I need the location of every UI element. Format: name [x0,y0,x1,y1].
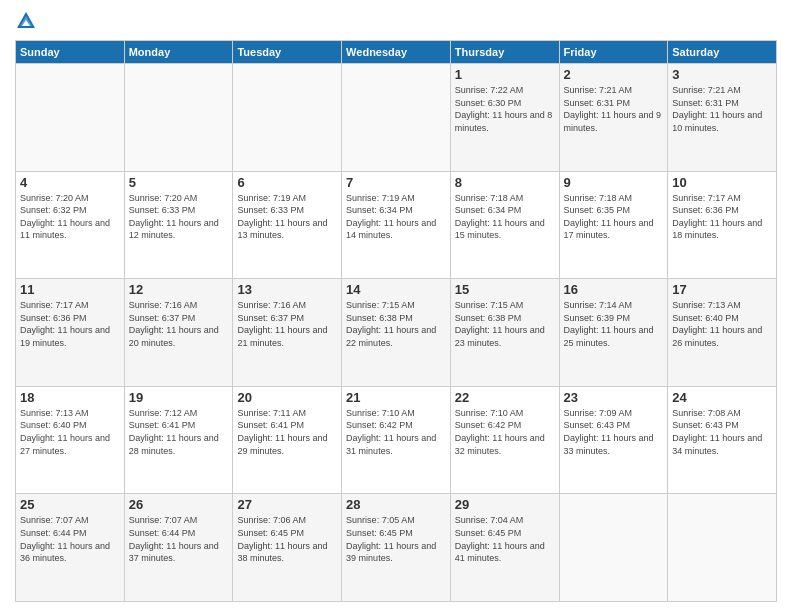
day-number: 1 [455,67,555,82]
day-number: 26 [129,497,229,512]
day-number: 13 [237,282,337,297]
day-number: 23 [564,390,664,405]
calendar-body: 1Sunrise: 7:22 AM Sunset: 6:30 PM Daylig… [16,64,777,602]
calendar-cell [668,494,777,602]
logo [15,10,41,32]
day-number: 28 [346,497,446,512]
calendar-cell: 7Sunrise: 7:19 AM Sunset: 6:34 PM Daylig… [342,171,451,279]
day-number: 29 [455,497,555,512]
day-info: Sunrise: 7:19 AM Sunset: 6:34 PM Dayligh… [346,192,446,242]
day-info: Sunrise: 7:04 AM Sunset: 6:45 PM Dayligh… [455,514,555,564]
day-info: Sunrise: 7:17 AM Sunset: 6:36 PM Dayligh… [20,299,120,349]
calendar-cell: 1Sunrise: 7:22 AM Sunset: 6:30 PM Daylig… [450,64,559,172]
calendar-cell: 24Sunrise: 7:08 AM Sunset: 6:43 PM Dayli… [668,386,777,494]
calendar-week-row: 18Sunrise: 7:13 AM Sunset: 6:40 PM Dayli… [16,386,777,494]
calendar-cell: 2Sunrise: 7:21 AM Sunset: 6:31 PM Daylig… [559,64,668,172]
page: SundayMondayTuesdayWednesdayThursdayFrid… [0,0,792,612]
day-number: 24 [672,390,772,405]
calendar-cell: 27Sunrise: 7:06 AM Sunset: 6:45 PM Dayli… [233,494,342,602]
day-info: Sunrise: 7:13 AM Sunset: 6:40 PM Dayligh… [672,299,772,349]
day-info: Sunrise: 7:10 AM Sunset: 6:42 PM Dayligh… [346,407,446,457]
logo-icon [15,10,37,32]
day-number: 21 [346,390,446,405]
day-info: Sunrise: 7:14 AM Sunset: 6:39 PM Dayligh… [564,299,664,349]
day-info: Sunrise: 7:11 AM Sunset: 6:41 PM Dayligh… [237,407,337,457]
calendar-cell: 4Sunrise: 7:20 AM Sunset: 6:32 PM Daylig… [16,171,125,279]
day-info: Sunrise: 7:18 AM Sunset: 6:35 PM Dayligh… [564,192,664,242]
weekday-header-cell: Thursday [450,41,559,64]
calendar-cell: 15Sunrise: 7:15 AM Sunset: 6:38 PM Dayli… [450,279,559,387]
day-number: 2 [564,67,664,82]
calendar-cell: 21Sunrise: 7:10 AM Sunset: 6:42 PM Dayli… [342,386,451,494]
day-number: 15 [455,282,555,297]
calendar-cell: 22Sunrise: 7:10 AM Sunset: 6:42 PM Dayli… [450,386,559,494]
day-number: 16 [564,282,664,297]
day-number: 7 [346,175,446,190]
day-info: Sunrise: 7:09 AM Sunset: 6:43 PM Dayligh… [564,407,664,457]
calendar-cell: 29Sunrise: 7:04 AM Sunset: 6:45 PM Dayli… [450,494,559,602]
day-info: Sunrise: 7:07 AM Sunset: 6:44 PM Dayligh… [20,514,120,564]
day-info: Sunrise: 7:08 AM Sunset: 6:43 PM Dayligh… [672,407,772,457]
day-info: Sunrise: 7:07 AM Sunset: 6:44 PM Dayligh… [129,514,229,564]
day-info: Sunrise: 7:12 AM Sunset: 6:41 PM Dayligh… [129,407,229,457]
calendar-cell [233,64,342,172]
day-info: Sunrise: 7:20 AM Sunset: 6:33 PM Dayligh… [129,192,229,242]
day-number: 25 [20,497,120,512]
day-number: 10 [672,175,772,190]
calendar-cell: 9Sunrise: 7:18 AM Sunset: 6:35 PM Daylig… [559,171,668,279]
day-number: 3 [672,67,772,82]
calendar-cell: 17Sunrise: 7:13 AM Sunset: 6:40 PM Dayli… [668,279,777,387]
calendar-cell: 13Sunrise: 7:16 AM Sunset: 6:37 PM Dayli… [233,279,342,387]
weekday-header-cell: Wednesday [342,41,451,64]
calendar-cell: 8Sunrise: 7:18 AM Sunset: 6:34 PM Daylig… [450,171,559,279]
day-number: 18 [20,390,120,405]
calendar-cell: 25Sunrise: 7:07 AM Sunset: 6:44 PM Dayli… [16,494,125,602]
header [15,10,777,32]
calendar-cell: 14Sunrise: 7:15 AM Sunset: 6:38 PM Dayli… [342,279,451,387]
day-info: Sunrise: 7:21 AM Sunset: 6:31 PM Dayligh… [564,84,664,134]
calendar-cell: 20Sunrise: 7:11 AM Sunset: 6:41 PM Dayli… [233,386,342,494]
calendar-cell [16,64,125,172]
day-number: 20 [237,390,337,405]
day-number: 22 [455,390,555,405]
day-number: 5 [129,175,229,190]
day-info: Sunrise: 7:16 AM Sunset: 6:37 PM Dayligh… [129,299,229,349]
day-number: 27 [237,497,337,512]
calendar-cell: 6Sunrise: 7:19 AM Sunset: 6:33 PM Daylig… [233,171,342,279]
calendar: SundayMondayTuesdayWednesdayThursdayFrid… [15,40,777,602]
day-number: 6 [237,175,337,190]
calendar-cell: 19Sunrise: 7:12 AM Sunset: 6:41 PM Dayli… [124,386,233,494]
day-number: 11 [20,282,120,297]
day-number: 12 [129,282,229,297]
calendar-cell: 26Sunrise: 7:07 AM Sunset: 6:44 PM Dayli… [124,494,233,602]
calendar-cell: 11Sunrise: 7:17 AM Sunset: 6:36 PM Dayli… [16,279,125,387]
day-info: Sunrise: 7:18 AM Sunset: 6:34 PM Dayligh… [455,192,555,242]
day-info: Sunrise: 7:15 AM Sunset: 6:38 PM Dayligh… [346,299,446,349]
day-number: 19 [129,390,229,405]
calendar-cell [342,64,451,172]
calendar-cell: 3Sunrise: 7:21 AM Sunset: 6:31 PM Daylig… [668,64,777,172]
day-info: Sunrise: 7:20 AM Sunset: 6:32 PM Dayligh… [20,192,120,242]
calendar-week-row: 11Sunrise: 7:17 AM Sunset: 6:36 PM Dayli… [16,279,777,387]
calendar-cell: 10Sunrise: 7:17 AM Sunset: 6:36 PM Dayli… [668,171,777,279]
day-info: Sunrise: 7:10 AM Sunset: 6:42 PM Dayligh… [455,407,555,457]
day-info: Sunrise: 7:13 AM Sunset: 6:40 PM Dayligh… [20,407,120,457]
weekday-header-cell: Sunday [16,41,125,64]
calendar-cell: 5Sunrise: 7:20 AM Sunset: 6:33 PM Daylig… [124,171,233,279]
calendar-cell [559,494,668,602]
day-info: Sunrise: 7:06 AM Sunset: 6:45 PM Dayligh… [237,514,337,564]
calendar-week-row: 25Sunrise: 7:07 AM Sunset: 6:44 PM Dayli… [16,494,777,602]
day-info: Sunrise: 7:19 AM Sunset: 6:33 PM Dayligh… [237,192,337,242]
calendar-cell: 18Sunrise: 7:13 AM Sunset: 6:40 PM Dayli… [16,386,125,494]
day-info: Sunrise: 7:17 AM Sunset: 6:36 PM Dayligh… [672,192,772,242]
weekday-header-cell: Monday [124,41,233,64]
day-info: Sunrise: 7:05 AM Sunset: 6:45 PM Dayligh… [346,514,446,564]
day-number: 4 [20,175,120,190]
day-info: Sunrise: 7:15 AM Sunset: 6:38 PM Dayligh… [455,299,555,349]
day-number: 14 [346,282,446,297]
weekday-header-cell: Friday [559,41,668,64]
day-info: Sunrise: 7:22 AM Sunset: 6:30 PM Dayligh… [455,84,555,134]
calendar-cell [124,64,233,172]
day-number: 9 [564,175,664,190]
day-info: Sunrise: 7:16 AM Sunset: 6:37 PM Dayligh… [237,299,337,349]
